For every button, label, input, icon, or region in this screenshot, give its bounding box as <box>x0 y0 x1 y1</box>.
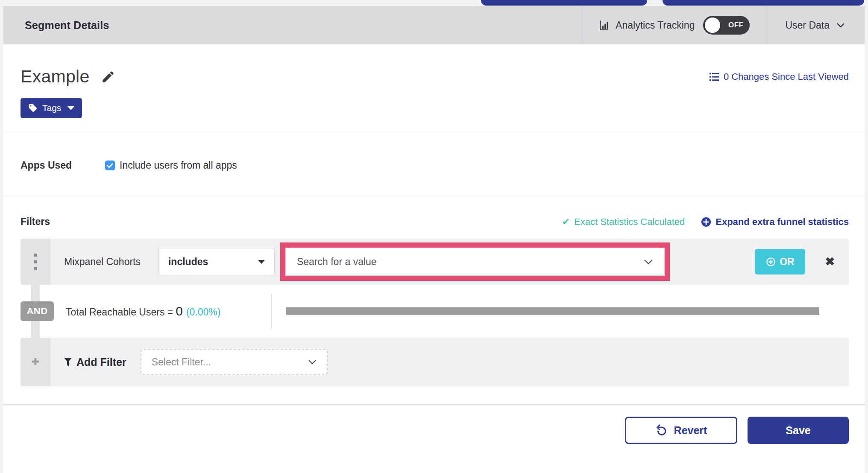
remove-filter-icon[interactable]: ✖ <box>825 256 835 268</box>
cutoff-top-button-1[interactable] <box>481 0 647 6</box>
and-badge: AND <box>21 301 54 321</box>
segment-details-card: Segment Details Analytics Tracking OFF <box>3 6 865 473</box>
cutoff-top-button-2[interactable] <box>663 0 864 6</box>
undo-icon <box>655 424 667 436</box>
changelog-list-icon <box>709 72 719 82</box>
value-select-placeholder: Search for a value <box>297 256 377 268</box>
add-filter-row: ✚ Add Filter Select Filter... <box>21 338 849 386</box>
analytics-tracking-section: Analytics Tracking OFF <box>582 6 766 44</box>
header-bar: Segment Details Analytics Tracking OFF <box>3 6 865 44</box>
add-filter-label: Add Filter <box>76 356 126 368</box>
add-or-condition-button[interactable]: OR <box>755 249 805 274</box>
apps-used-row: Apps Used Include users from all apps <box>21 132 849 197</box>
plus-circle-icon <box>701 217 711 227</box>
plus-icon: ✚ <box>32 356 39 368</box>
chevron-down-icon <box>308 359 317 365</box>
user-data-label: User Data <box>785 20 830 31</box>
caret-down-icon <box>67 106 74 110</box>
reachable-text: Total Reachable Users = <box>66 307 173 318</box>
drag-dot-icon <box>34 267 37 270</box>
checkmark-icon <box>107 163 113 168</box>
tags-button[interactable]: Tags <box>21 98 82 118</box>
filter-row: Mixpanel Cohorts includes Search for a v… <box>21 239 849 285</box>
page-title: Segment Details <box>3 6 582 44</box>
total-reachable-users: Total Reachable Users = 0 (0.00%) <box>66 304 220 318</box>
value-search-select[interactable]: Search for a value <box>285 248 665 276</box>
drag-dot-icon <box>34 260 37 263</box>
filters-title: Filters <box>21 216 50 228</box>
drag-handle[interactable] <box>21 239 50 285</box>
check-icon: ✔ <box>562 216 570 228</box>
toggle-knob <box>705 18 720 33</box>
add-filter-label-group: Add Filter <box>64 356 126 368</box>
footer-actions: Revert Save <box>21 405 849 461</box>
add-filter-handle[interactable]: ✚ <box>21 338 50 386</box>
pencil-icon[interactable] <box>101 70 115 84</box>
revert-button[interactable]: Revert <box>625 417 737 444</box>
tags-row: Tags <box>21 98 849 118</box>
include-all-apps-checkbox[interactable] <box>105 161 115 170</box>
changes-since-last-viewed-link[interactable]: 0 Changes Since Last Viewed <box>709 71 849 82</box>
or-button-label: OR <box>780 256 795 268</box>
select-filter-placeholder: Select Filter... <box>152 356 211 368</box>
progress-wrap <box>272 307 819 315</box>
drag-dot-icon <box>34 254 37 257</box>
and-left-group: AND Total Reachable Users = 0 (0.00%) <box>21 301 271 321</box>
exact-statistics-status: ✔ Exact Statistics Calculated <box>562 216 685 228</box>
chevron-down-icon <box>644 259 653 265</box>
filter-name-label: Mixpanel Cohorts <box>64 256 141 268</box>
section-divider <box>3 197 865 197</box>
operator-value: includes <box>168 256 208 268</box>
expand-funnel-statistics-link[interactable]: Expand extra funnel statistics <box>701 216 849 228</box>
revert-button-label: Revert <box>674 424 707 437</box>
operator-select[interactable]: includes <box>158 248 275 275</box>
reachable-progress-bar <box>286 307 819 315</box>
annotation-highlight-box: Search for a value <box>280 242 670 281</box>
chevron-down-icon <box>836 23 845 28</box>
reachable-percent: (0.00%) <box>186 307 221 318</box>
bar-chart-icon <box>598 20 610 31</box>
caret-down-icon <box>258 260 265 264</box>
changes-link-label: 0 Changes Since Last Viewed <box>724 71 849 82</box>
plus-circle-icon <box>766 257 776 267</box>
segment-name: Example <box>21 67 90 87</box>
title-row: Example 0 Changes Since Last Viewed <box>21 67 849 87</box>
and-summary-row: AND Total Reachable Users = 0 (0.00%) <box>21 285 849 338</box>
content-area: Example 0 Changes Since Last Viewed <box>3 67 865 461</box>
user-data-dropdown[interactable]: User Data <box>766 6 865 44</box>
analytics-tracking-toggle[interactable]: OFF <box>703 16 750 35</box>
save-button[interactable]: Save <box>748 417 849 444</box>
include-all-apps-label: Include users from all apps <box>120 160 237 171</box>
tag-icon <box>28 103 38 113</box>
reachable-count: 0 <box>176 304 183 318</box>
filters-header: Filters ✔ Exact Statistics Calculated Ex… <box>21 216 849 228</box>
exact-statistics-label: Exact Statistics Calculated <box>574 216 685 228</box>
toggle-state-label: OFF <box>728 21 744 29</box>
save-button-label: Save <box>786 424 810 437</box>
funnel-icon <box>64 357 72 367</box>
tags-button-label: Tags <box>42 103 61 113</box>
expand-funnel-label: Expand extra funnel statistics <box>716 216 849 228</box>
select-filter-dropdown[interactable]: Select Filter... <box>141 349 328 375</box>
segment-details-page: Segment Details Analytics Tracking OFF <box>0 0 868 473</box>
apps-used-label: Apps Used <box>21 160 105 171</box>
analytics-tracking-label: Analytics Tracking <box>616 20 695 31</box>
